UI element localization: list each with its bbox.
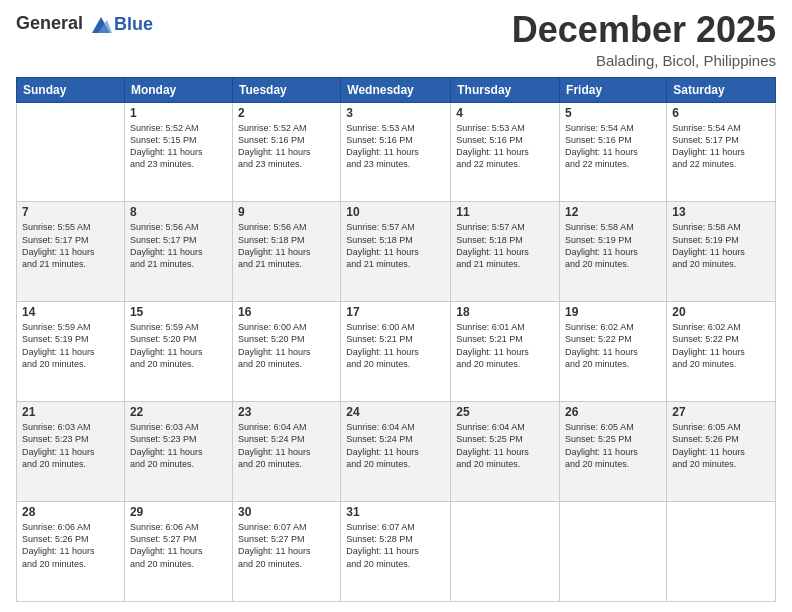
calendar-cell: 8Sunrise: 5:56 AMSunset: 5:17 PMDaylight… <box>124 202 232 302</box>
daylight-text: Daylight: 11 hours and 20 minutes. <box>565 446 661 470</box>
calendar-cell: 13Sunrise: 5:58 AMSunset: 5:19 PMDayligh… <box>667 202 776 302</box>
sunrise-text: Sunrise: 6:00 AM <box>238 321 335 333</box>
daylight-text: Daylight: 11 hours and 20 minutes. <box>130 446 227 470</box>
calendar-cell: 25Sunrise: 6:04 AMSunset: 5:25 PMDayligh… <box>451 402 560 502</box>
sunrise-text: Sunrise: 5:53 AM <box>456 122 554 134</box>
weekday-header-wednesday: Wednesday <box>341 77 451 102</box>
sunset-text: Sunset: 5:22 PM <box>565 333 661 345</box>
calendar-week-row: 21Sunrise: 6:03 AMSunset: 5:23 PMDayligh… <box>17 402 776 502</box>
day-info: Sunrise: 5:59 AMSunset: 5:20 PMDaylight:… <box>130 321 227 370</box>
day-number: 15 <box>130 305 227 319</box>
calendar-cell: 28Sunrise: 6:06 AMSunset: 5:26 PMDayligh… <box>17 502 125 602</box>
daylight-text: Daylight: 11 hours and 20 minutes. <box>22 346 119 370</box>
sunset-text: Sunset: 5:19 PM <box>565 234 661 246</box>
day-info: Sunrise: 6:04 AMSunset: 5:24 PMDaylight:… <box>346 421 445 470</box>
sunset-text: Sunset: 5:26 PM <box>672 433 770 445</box>
sunset-text: Sunset: 5:24 PM <box>346 433 445 445</box>
day-number: 16 <box>238 305 335 319</box>
day-number: 28 <box>22 505 119 519</box>
daylight-text: Daylight: 11 hours and 20 minutes. <box>238 545 335 569</box>
day-info: Sunrise: 6:01 AMSunset: 5:21 PMDaylight:… <box>456 321 554 370</box>
calendar-cell: 22Sunrise: 6:03 AMSunset: 5:23 PMDayligh… <box>124 402 232 502</box>
sunset-text: Sunset: 5:18 PM <box>238 234 335 246</box>
day-number: 19 <box>565 305 661 319</box>
calendar-cell: 20Sunrise: 6:02 AMSunset: 5:22 PMDayligh… <box>667 302 776 402</box>
sunrise-text: Sunrise: 5:52 AM <box>238 122 335 134</box>
sunset-text: Sunset: 5:26 PM <box>22 533 119 545</box>
sunset-text: Sunset: 5:19 PM <box>22 333 119 345</box>
sunrise-text: Sunrise: 6:00 AM <box>346 321 445 333</box>
calendar-cell: 18Sunrise: 6:01 AMSunset: 5:21 PMDayligh… <box>451 302 560 402</box>
sunset-text: Sunset: 5:17 PM <box>22 234 119 246</box>
calendar-cell <box>17 102 125 202</box>
calendar-cell: 1Sunrise: 5:52 AMSunset: 5:15 PMDaylight… <box>124 102 232 202</box>
daylight-text: Daylight: 11 hours and 23 minutes. <box>346 146 445 170</box>
daylight-text: Daylight: 11 hours and 21 minutes. <box>22 246 119 270</box>
day-number: 29 <box>130 505 227 519</box>
day-info: Sunrise: 6:03 AMSunset: 5:23 PMDaylight:… <box>130 421 227 470</box>
logo-general: General <box>16 13 83 33</box>
day-number: 6 <box>672 106 770 120</box>
day-info: Sunrise: 5:52 AMSunset: 5:16 PMDaylight:… <box>238 122 335 171</box>
day-info: Sunrise: 6:00 AMSunset: 5:20 PMDaylight:… <box>238 321 335 370</box>
daylight-text: Daylight: 11 hours and 22 minutes. <box>565 146 661 170</box>
sunset-text: Sunset: 5:25 PM <box>565 433 661 445</box>
sunrise-text: Sunrise: 6:03 AM <box>130 421 227 433</box>
calendar-week-row: 7Sunrise: 5:55 AMSunset: 5:17 PMDaylight… <box>17 202 776 302</box>
logo-icon <box>90 15 112 35</box>
day-info: Sunrise: 5:57 AMSunset: 5:18 PMDaylight:… <box>346 221 445 270</box>
calendar-cell: 26Sunrise: 6:05 AMSunset: 5:25 PMDayligh… <box>560 402 667 502</box>
sunrise-text: Sunrise: 6:02 AM <box>565 321 661 333</box>
calendar-cell: 9Sunrise: 5:56 AMSunset: 5:18 PMDaylight… <box>232 202 340 302</box>
sunset-text: Sunset: 5:25 PM <box>456 433 554 445</box>
daylight-text: Daylight: 11 hours and 21 minutes. <box>346 246 445 270</box>
daylight-text: Daylight: 11 hours and 20 minutes. <box>238 346 335 370</box>
sunrise-text: Sunrise: 5:56 AM <box>238 221 335 233</box>
sunset-text: Sunset: 5:20 PM <box>238 333 335 345</box>
day-number: 10 <box>346 205 445 219</box>
sunset-text: Sunset: 5:16 PM <box>565 134 661 146</box>
sunset-text: Sunset: 5:23 PM <box>130 433 227 445</box>
sunrise-text: Sunrise: 5:56 AM <box>130 221 227 233</box>
calendar-week-row: 1Sunrise: 5:52 AMSunset: 5:15 PMDaylight… <box>17 102 776 202</box>
calendar-cell: 23Sunrise: 6:04 AMSunset: 5:24 PMDayligh… <box>232 402 340 502</box>
day-info: Sunrise: 5:59 AMSunset: 5:19 PMDaylight:… <box>22 321 119 370</box>
day-info: Sunrise: 5:56 AMSunset: 5:18 PMDaylight:… <box>238 221 335 270</box>
sunset-text: Sunset: 5:16 PM <box>238 134 335 146</box>
calendar-cell: 10Sunrise: 5:57 AMSunset: 5:18 PMDayligh… <box>341 202 451 302</box>
daylight-text: Daylight: 11 hours and 20 minutes. <box>346 545 445 569</box>
calendar-cell: 19Sunrise: 6:02 AMSunset: 5:22 PMDayligh… <box>560 302 667 402</box>
calendar-cell: 21Sunrise: 6:03 AMSunset: 5:23 PMDayligh… <box>17 402 125 502</box>
weekday-header-sunday: Sunday <box>17 77 125 102</box>
weekday-header-monday: Monday <box>124 77 232 102</box>
sunset-text: Sunset: 5:15 PM <box>130 134 227 146</box>
calendar-cell: 30Sunrise: 6:07 AMSunset: 5:27 PMDayligh… <box>232 502 340 602</box>
sunset-text: Sunset: 5:16 PM <box>456 134 554 146</box>
sunrise-text: Sunrise: 5:59 AM <box>22 321 119 333</box>
sunrise-text: Sunrise: 6:01 AM <box>456 321 554 333</box>
day-number: 30 <box>238 505 335 519</box>
header: General Blue December 2025 Balading, Bic… <box>16 10 776 69</box>
daylight-text: Daylight: 11 hours and 23 minutes. <box>238 146 335 170</box>
day-number: 8 <box>130 205 227 219</box>
day-info: Sunrise: 5:57 AMSunset: 5:18 PMDaylight:… <box>456 221 554 270</box>
day-number: 25 <box>456 405 554 419</box>
day-number: 21 <box>22 405 119 419</box>
location: Balading, Bicol, Philippines <box>512 52 776 69</box>
day-info: Sunrise: 6:04 AMSunset: 5:25 PMDaylight:… <box>456 421 554 470</box>
calendar-cell: 7Sunrise: 5:55 AMSunset: 5:17 PMDaylight… <box>17 202 125 302</box>
sunrise-text: Sunrise: 5:57 AM <box>456 221 554 233</box>
calendar-cell <box>667 502 776 602</box>
sunrise-text: Sunrise: 5:52 AM <box>130 122 227 134</box>
daylight-text: Daylight: 11 hours and 20 minutes. <box>456 446 554 470</box>
sunrise-text: Sunrise: 5:54 AM <box>672 122 770 134</box>
day-number: 27 <box>672 405 770 419</box>
day-number: 11 <box>456 205 554 219</box>
sunset-text: Sunset: 5:20 PM <box>130 333 227 345</box>
sunrise-text: Sunrise: 5:53 AM <box>346 122 445 134</box>
day-number: 1 <box>130 106 227 120</box>
sunrise-text: Sunrise: 6:05 AM <box>672 421 770 433</box>
calendar-cell: 12Sunrise: 5:58 AMSunset: 5:19 PMDayligh… <box>560 202 667 302</box>
day-info: Sunrise: 6:05 AMSunset: 5:25 PMDaylight:… <box>565 421 661 470</box>
daylight-text: Daylight: 11 hours and 22 minutes. <box>456 146 554 170</box>
